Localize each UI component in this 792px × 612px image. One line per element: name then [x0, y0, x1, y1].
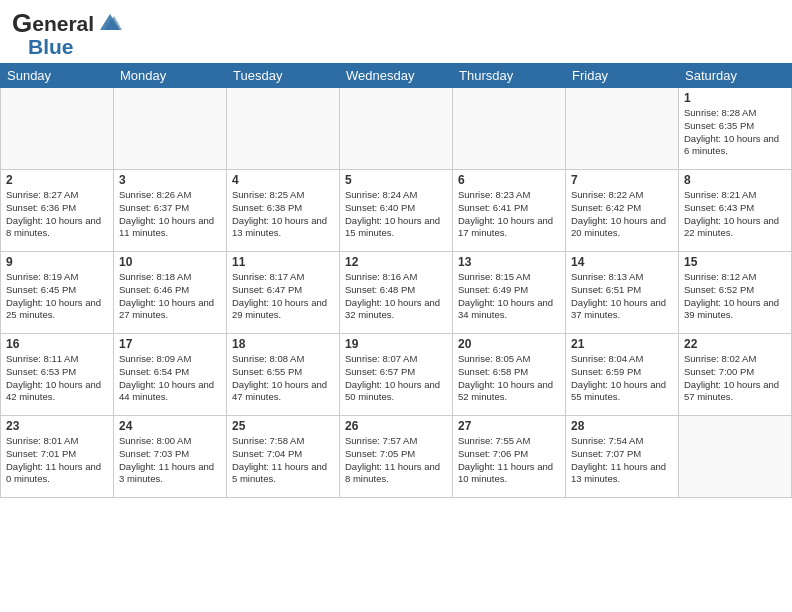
day-number: 22 [684, 337, 786, 351]
day-header-sunday: Sunday [1, 64, 114, 88]
day-info: Sunrise: 8:21 AM Sunset: 6:43 PM Dayligh… [684, 189, 786, 240]
calendar-cell: 4Sunrise: 8:25 AM Sunset: 6:38 PM Daylig… [227, 170, 340, 252]
calendar-cell [227, 88, 340, 170]
calendar-cell: 19Sunrise: 8:07 AM Sunset: 6:57 PM Dayli… [340, 334, 453, 416]
day-info: Sunrise: 8:16 AM Sunset: 6:48 PM Dayligh… [345, 271, 447, 322]
day-info: Sunrise: 8:15 AM Sunset: 6:49 PM Dayligh… [458, 271, 560, 322]
calendar-cell: 14Sunrise: 8:13 AM Sunset: 6:51 PM Dayli… [566, 252, 679, 334]
day-number: 7 [571, 173, 673, 187]
day-info: Sunrise: 8:17 AM Sunset: 6:47 PM Dayligh… [232, 271, 334, 322]
calendar-cell: 22Sunrise: 8:02 AM Sunset: 7:00 PM Dayli… [679, 334, 792, 416]
day-info: Sunrise: 8:19 AM Sunset: 6:45 PM Dayligh… [6, 271, 108, 322]
day-number: 20 [458, 337, 560, 351]
day-number: 28 [571, 419, 673, 433]
calendar-cell: 27Sunrise: 7:55 AM Sunset: 7:06 PM Dayli… [453, 416, 566, 498]
day-number: 3 [119, 173, 221, 187]
day-info: Sunrise: 8:24 AM Sunset: 6:40 PM Dayligh… [345, 189, 447, 240]
calendar-cell [566, 88, 679, 170]
logo: G eneral Blue [12, 8, 124, 59]
calendar-cell: 3Sunrise: 8:26 AM Sunset: 6:37 PM Daylig… [114, 170, 227, 252]
day-header-monday: Monday [114, 64, 227, 88]
calendar-cell: 1Sunrise: 8:28 AM Sunset: 6:35 PM Daylig… [679, 88, 792, 170]
day-number: 19 [345, 337, 447, 351]
calendar-cell: 17Sunrise: 8:09 AM Sunset: 6:54 PM Dayli… [114, 334, 227, 416]
calendar-cell: 16Sunrise: 8:11 AM Sunset: 6:53 PM Dayli… [1, 334, 114, 416]
day-number: 16 [6, 337, 108, 351]
day-info: Sunrise: 8:22 AM Sunset: 6:42 PM Dayligh… [571, 189, 673, 240]
day-info: Sunrise: 8:12 AM Sunset: 6:52 PM Dayligh… [684, 271, 786, 322]
day-info: Sunrise: 8:00 AM Sunset: 7:03 PM Dayligh… [119, 435, 221, 486]
calendar-cell: 21Sunrise: 8:04 AM Sunset: 6:59 PM Dayli… [566, 334, 679, 416]
calendar-cell: 12Sunrise: 8:16 AM Sunset: 6:48 PM Dayli… [340, 252, 453, 334]
day-info: Sunrise: 7:54 AM Sunset: 7:07 PM Dayligh… [571, 435, 673, 486]
day-number: 14 [571, 255, 673, 269]
day-header-wednesday: Wednesday [340, 64, 453, 88]
day-info: Sunrise: 7:57 AM Sunset: 7:05 PM Dayligh… [345, 435, 447, 486]
day-info: Sunrise: 8:25 AM Sunset: 6:38 PM Dayligh… [232, 189, 334, 240]
day-header-saturday: Saturday [679, 64, 792, 88]
calendar-cell [340, 88, 453, 170]
day-info: Sunrise: 8:08 AM Sunset: 6:55 PM Dayligh… [232, 353, 334, 404]
calendar-cell [1, 88, 114, 170]
calendar-cell: 18Sunrise: 8:08 AM Sunset: 6:55 PM Dayli… [227, 334, 340, 416]
day-number: 13 [458, 255, 560, 269]
calendar-cell: 15Sunrise: 8:12 AM Sunset: 6:52 PM Dayli… [679, 252, 792, 334]
day-number: 11 [232, 255, 334, 269]
day-number: 12 [345, 255, 447, 269]
calendar-cell: 7Sunrise: 8:22 AM Sunset: 6:42 PM Daylig… [566, 170, 679, 252]
calendar-cell: 2Sunrise: 8:27 AM Sunset: 6:36 PM Daylig… [1, 170, 114, 252]
day-info: Sunrise: 8:05 AM Sunset: 6:58 PM Dayligh… [458, 353, 560, 404]
day-header-tuesday: Tuesday [227, 64, 340, 88]
calendar-cell: 26Sunrise: 7:57 AM Sunset: 7:05 PM Dayli… [340, 416, 453, 498]
day-info: Sunrise: 8:07 AM Sunset: 6:57 PM Dayligh… [345, 353, 447, 404]
day-header-thursday: Thursday [453, 64, 566, 88]
calendar-cell: 28Sunrise: 7:54 AM Sunset: 7:07 PM Dayli… [566, 416, 679, 498]
day-header-friday: Friday [566, 64, 679, 88]
day-info: Sunrise: 8:18 AM Sunset: 6:46 PM Dayligh… [119, 271, 221, 322]
calendar-cell: 10Sunrise: 8:18 AM Sunset: 6:46 PM Dayli… [114, 252, 227, 334]
day-number: 4 [232, 173, 334, 187]
calendar-cell: 8Sunrise: 8:21 AM Sunset: 6:43 PM Daylig… [679, 170, 792, 252]
day-info: Sunrise: 8:28 AM Sunset: 6:35 PM Dayligh… [684, 107, 786, 158]
day-number: 6 [458, 173, 560, 187]
calendar-cell: 11Sunrise: 8:17 AM Sunset: 6:47 PM Dayli… [227, 252, 340, 334]
calendar-cell: 6Sunrise: 8:23 AM Sunset: 6:41 PM Daylig… [453, 170, 566, 252]
day-number: 1 [684, 91, 786, 105]
day-number: 2 [6, 173, 108, 187]
calendar-cell: 5Sunrise: 8:24 AM Sunset: 6:40 PM Daylig… [340, 170, 453, 252]
day-info: Sunrise: 8:01 AM Sunset: 7:01 PM Dayligh… [6, 435, 108, 486]
calendar-cell: 24Sunrise: 8:00 AM Sunset: 7:03 PM Dayli… [114, 416, 227, 498]
day-number: 15 [684, 255, 786, 269]
day-number: 27 [458, 419, 560, 433]
logo-blue: Blue [28, 35, 74, 58]
day-number: 5 [345, 173, 447, 187]
day-info: Sunrise: 8:26 AM Sunset: 6:37 PM Dayligh… [119, 189, 221, 240]
day-number: 25 [232, 419, 334, 433]
day-info: Sunrise: 8:27 AM Sunset: 6:36 PM Dayligh… [6, 189, 108, 240]
calendar-cell [453, 88, 566, 170]
day-info: Sunrise: 8:23 AM Sunset: 6:41 PM Dayligh… [458, 189, 560, 240]
calendar-cell: 23Sunrise: 8:01 AM Sunset: 7:01 PM Dayli… [1, 416, 114, 498]
day-number: 18 [232, 337, 334, 351]
day-info: Sunrise: 8:09 AM Sunset: 6:54 PM Dayligh… [119, 353, 221, 404]
calendar-cell [114, 88, 227, 170]
calendar-cell: 20Sunrise: 8:05 AM Sunset: 6:58 PM Dayli… [453, 334, 566, 416]
calendar-cell: 25Sunrise: 7:58 AM Sunset: 7:04 PM Dayli… [227, 416, 340, 498]
calendar-cell: 13Sunrise: 8:15 AM Sunset: 6:49 PM Dayli… [453, 252, 566, 334]
day-number: 10 [119, 255, 221, 269]
day-info: Sunrise: 8:11 AM Sunset: 6:53 PM Dayligh… [6, 353, 108, 404]
calendar-cell [679, 416, 792, 498]
day-number: 8 [684, 173, 786, 187]
calendar-cell: 9Sunrise: 8:19 AM Sunset: 6:45 PM Daylig… [1, 252, 114, 334]
day-number: 24 [119, 419, 221, 433]
day-info: Sunrise: 8:02 AM Sunset: 7:00 PM Dayligh… [684, 353, 786, 404]
day-number: 26 [345, 419, 447, 433]
day-info: Sunrise: 7:58 AM Sunset: 7:04 PM Dayligh… [232, 435, 334, 486]
day-number: 21 [571, 337, 673, 351]
day-number: 17 [119, 337, 221, 351]
day-number: 9 [6, 255, 108, 269]
day-info: Sunrise: 8:04 AM Sunset: 6:59 PM Dayligh… [571, 353, 673, 404]
day-info: Sunrise: 8:13 AM Sunset: 6:51 PM Dayligh… [571, 271, 673, 322]
day-info: Sunrise: 7:55 AM Sunset: 7:06 PM Dayligh… [458, 435, 560, 486]
day-number: 23 [6, 419, 108, 433]
